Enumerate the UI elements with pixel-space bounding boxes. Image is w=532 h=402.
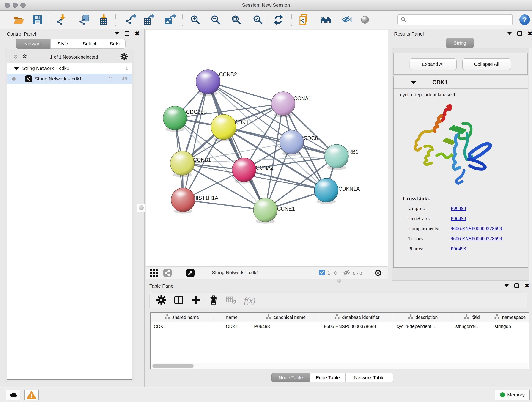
protein-structure-image <box>403 102 499 194</box>
network-options-gear-icon[interactable] <box>120 53 128 61</box>
export-table-button[interactable] <box>142 13 155 27</box>
network-edges <box>175 82 336 210</box>
cloud-button[interactable] <box>6 390 20 400</box>
collection-collapse-icon[interactable] <box>14 67 19 70</box>
hide-selected-button[interactable] <box>340 13 354 27</box>
network-node-CCNB2[interactable]: CCNB2 <box>196 70 237 96</box>
network-node-CDK1[interactable]: CDK1 <box>211 114 249 141</box>
network-node-CDKN1A[interactable]: CDKN1A <box>314 178 360 204</box>
table-options-gear-icon[interactable] <box>156 295 167 306</box>
export-image-button[interactable] <box>163 13 177 27</box>
network-node-CCNA2[interactable]: CCNA2 <box>232 158 273 184</box>
network-view-title: String Network – cdk1 <box>212 270 259 275</box>
column-header-name[interactable]: name <box>213 313 251 322</box>
control-panel-close-icon[interactable]: ✖ <box>135 31 140 36</box>
network-canvas[interactable]: CCNB2 CCNA1 <box>146 30 388 266</box>
open-in-window-icon[interactable] <box>186 268 195 278</box>
results-panel-menu-icon[interactable] <box>507 32 512 35</box>
network-svg[interactable]: CCNB2 CCNA1 <box>146 30 388 266</box>
import-table-button[interactable] <box>95 13 109 27</box>
crosslink-row: GeneCard: P06493 <box>408 216 522 221</box>
zoom-selected-button[interactable] <box>251 13 265 27</box>
table-row[interactable]: CDK1CDK1P064939606.ENSP00000378699cyclin… <box>151 322 529 331</box>
crosslink-link[interactable]: 9606.ENSP00000378699 <box>451 236 502 241</box>
memory-button[interactable]: Memory <box>495 390 530 400</box>
birdseye-grid-icon[interactable] <box>148 268 159 279</box>
results-panel-float-icon[interactable] <box>517 31 522 36</box>
import-database-button[interactable] <box>77 13 91 27</box>
column-header--id[interactable]: @id <box>452 313 491 322</box>
results-scrollbar[interactable] <box>529 48 532 281</box>
cell--id: stringdb:9... <box>452 322 491 331</box>
node-label-RB1: RB1 <box>348 149 359 155</box>
tab-style[interactable]: Style <box>51 39 75 49</box>
tab-sets[interactable]: Sets <box>104 39 126 49</box>
control-panel-menu-icon[interactable] <box>114 32 119 35</box>
control-panel-float-icon[interactable] <box>125 31 129 36</box>
network-node-CDC6[interactable]: CDC6 <box>280 130 318 156</box>
network-share-icon[interactable] <box>162 268 173 279</box>
crosslink-link[interactable]: P06493 <box>451 246 466 251</box>
first-neighbors-button[interactable] <box>319 13 332 27</box>
crosslink-link[interactable]: 9606.ENSP00000378699 <box>451 225 502 231</box>
collapse-all-button[interactable]: Collapse All <box>462 58 511 70</box>
table-columns-icon[interactable] <box>173 295 184 306</box>
export-network-button[interactable] <box>124 13 138 27</box>
warning-button[interactable] <box>24 390 39 400</box>
hidden-counts: 0 - 0 <box>353 271 362 276</box>
network-node-RB1[interactable]: RB1 <box>325 144 359 170</box>
network-row[interactable]: String Network – cdk1 11 48 <box>7 74 132 84</box>
expand-all-networks-icon[interactable] <box>22 54 28 61</box>
column-header-database-identifier[interactable]: database identifier <box>321 313 393 322</box>
network-node-CCNA1[interactable]: CCNA1 <box>271 92 311 117</box>
tab-node-table[interactable]: Node Table <box>272 373 310 382</box>
toolbar-separator <box>265 14 265 26</box>
crosslink-link[interactable]: P06493 <box>451 205 466 211</box>
right-splitter[interactable] <box>389 30 389 282</box>
left-splitter-handle[interactable] <box>137 204 145 212</box>
tab-edge-table[interactable]: Edge Table <box>310 373 346 382</box>
network-collection-row[interactable]: String Network – cdk1 1 <box>7 63 132 74</box>
protein-collapse-icon[interactable] <box>411 81 416 84</box>
table-hscrollbar-thumb[interactable] <box>152 364 194 368</box>
open-session-button[interactable] <box>12 13 25 27</box>
table-panel-close-icon[interactable]: ✖ <box>525 283 530 288</box>
import-network-button[interactable] <box>54 13 68 27</box>
crosslink-link[interactable]: P06493 <box>451 216 466 221</box>
zoom-in-button[interactable] <box>188 13 202 27</box>
network-node-HIST1H1A[interactable]: HIST1H1A <box>171 188 219 214</box>
network-view-toolbar: String Network – cdk1 1 - 0 0 - 0 <box>146 266 388 279</box>
protein-card-header[interactable]: CDK1 <box>394 76 528 89</box>
table-header-row: shared namenamecanonical namedatabase id… <box>151 313 529 322</box>
table-panel-menu-icon[interactable] <box>504 284 509 287</box>
tab-select[interactable]: Select <box>75 39 104 49</box>
selected-checkbox-icon[interactable] <box>319 269 325 277</box>
crosslink-label: GeneCard: <box>408 216 451 221</box>
show-all-button[interactable] <box>358 13 372 27</box>
zoom-out-button[interactable] <box>209 13 222 27</box>
network-status-dot <box>12 77 16 81</box>
results-panel-close-icon[interactable]: ✖ <box>527 31 532 36</box>
network-node-CCNB1[interactable]: CCNB1 <box>170 151 211 177</box>
table-panel-float-icon[interactable] <box>514 283 519 288</box>
crosslink-row: Tissues: 9606.ENSP00000378699 <box>408 236 522 242</box>
table-panel: Table Panel ✖ f(x) shared namenamecanoni… <box>145 282 532 387</box>
expand-all-button[interactable]: Expand All <box>410 58 457 70</box>
column-header-shared-name[interactable]: shared name <box>151 313 213 322</box>
fit-crosshair-icon[interactable] <box>373 268 384 278</box>
table-add-icon[interactable] <box>191 295 201 306</box>
table-delete-icon[interactable] <box>208 295 219 306</box>
tab-string[interactable]: String <box>446 38 474 48</box>
tab-network[interactable]: Network <box>16 39 51 49</box>
refresh-button[interactable] <box>272 13 285 27</box>
search-input[interactable] <box>407 15 512 24</box>
collapse-all-networks-icon[interactable] <box>13 54 19 61</box>
column-header-namespace[interactable]: namespace <box>491 313 529 322</box>
save-session-button[interactable] <box>31 13 44 27</box>
column-header-description[interactable]: description <box>393 313 452 322</box>
zoom-fit-button[interactable] <box>229 13 243 27</box>
tab-network-table[interactable]: Network Table <box>346 373 393 382</box>
help-button[interactable]: ? <box>518 13 532 27</box>
column-header-canonical-name[interactable]: canonical name <box>251 313 321 322</box>
duplicate-network-button[interactable] <box>298 13 311 27</box>
